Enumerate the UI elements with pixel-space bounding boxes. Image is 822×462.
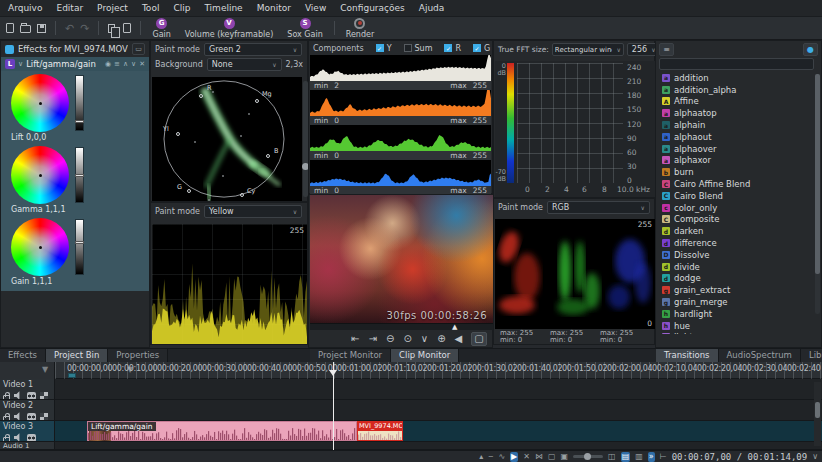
snap-icon[interactable]: ⊢ <box>660 452 667 462</box>
tab-audiospectrum[interactable]: AudioSpectrum <box>719 349 801 363</box>
audio-thumbnails-icon[interactable]: ▥ <box>635 452 643 462</box>
menu-editar[interactable]: Editar <box>56 3 83 13</box>
clip-lift-gamma-gain[interactable]: Lift/gamma/gain <box>87 421 357 441</box>
new-document-icon[interactable] <box>6 23 14 33</box>
monitor-video-frame[interactable]: 30fps 00:00:58:26 <box>310 195 493 323</box>
transition-item-alphaover[interactable]: aalphaover <box>656 143 821 155</box>
zone-end-icon[interactable]: ⇥ <box>369 333 377 345</box>
lock-icon[interactable] <box>3 437 10 442</box>
menu-arquivo[interactable]: Arquivo <box>8 3 42 13</box>
transition-item-color-only[interactable]: ccolor_only <box>656 202 821 214</box>
zone-start-icon[interactable]: ⇤ <box>351 333 359 345</box>
transition-item-difference[interactable]: ddifference <box>656 237 821 249</box>
transition-item-grain-merge[interactable]: ggrain_merge <box>656 296 821 308</box>
track-lane-video-1[interactable] <box>55 379 822 400</box>
lock-icon[interactable] <box>3 416 10 421</box>
lift-color-wheel[interactable] <box>11 74 69 132</box>
hide-track-icon[interactable] <box>40 413 48 421</box>
open-folder-icon[interactable] <box>20 25 31 33</box>
effect-button-gain[interactable]: GGain <box>150 18 172 39</box>
eye-icon[interactable]: ◉ <box>105 60 111 68</box>
menu-view[interactable]: View <box>305 3 326 13</box>
razor-tool-icon[interactable]: ✕ <box>523 452 530 462</box>
transition-item-alphaxor[interactable]: aalphaxor <box>656 155 821 167</box>
close-icon[interactable]: ✕ <box>139 60 145 68</box>
fit-zoom-icon[interactable]: ▢ <box>548 452 556 462</box>
fit-monitor-icon[interactable]: ▢ <box>471 332 486 346</box>
track-lane-audio-1[interactable] <box>55 442 822 450</box>
checkbox-g[interactable]: ✓G <box>473 44 490 53</box>
hide-track-icon[interactable] <box>40 392 48 400</box>
checkbox-sum[interactable]: Sum <box>404 44 433 53</box>
spacer-tool-icon[interactable]: ⋈ <box>535 452 543 462</box>
zoom-out-icon[interactable]: ⊖ <box>386 333 394 345</box>
mute-icon[interactable] <box>14 412 23 421</box>
track-lane-video-3[interactable]: Lift/gamma/gain MVI_9974.MOV <box>55 421 822 442</box>
timeline-scrollbar[interactable] <box>814 382 821 446</box>
clip-mvi-9974-selected[interactable]: MVI_9974.MOV <box>357 421 403 441</box>
checkbox-r[interactable]: ✓R <box>444 44 461 53</box>
tab-transitions[interactable]: Transitions <box>656 349 719 363</box>
vectorscope-paint-mode-select[interactable]: Green 2∨ <box>204 43 302 56</box>
save-icon[interactable] <box>37 24 46 33</box>
vectorscope-background-select[interactable]: None∨ <box>207 58 282 71</box>
video-icon[interactable] <box>27 413 36 421</box>
move-up-icon[interactable]: ∧ <box>123 60 128 68</box>
menu-project[interactable]: Project <box>97 3 128 13</box>
menu-timeline[interactable]: Timeline <box>204 3 242 13</box>
lift-slider[interactable] <box>75 75 84 131</box>
transition-item-hue[interactable]: hhue <box>656 320 821 332</box>
transition-item-composite[interactable]: CComposite <box>656 214 821 226</box>
menu-tool[interactable]: Tool <box>142 3 159 13</box>
tab-effects[interactable]: Effects <box>0 349 46 363</box>
checkbox-y[interactable]: ✓Y <box>376 44 392 53</box>
transition-item-alphain[interactable]: aalphain <box>656 119 821 131</box>
gain-color-wheel[interactable] <box>11 218 69 276</box>
gamma-slider[interactable] <box>75 147 84 203</box>
video-thumbnails-icon[interactable]: ▤ <box>621 452 631 462</box>
transition-item-darken[interactable]: ddarken <box>656 225 821 237</box>
fft-window-select[interactable]: Rectangular window∨ <box>552 43 624 56</box>
tab-library[interactable]: Library <box>801 349 822 363</box>
chevron-down-icon[interactable]: ∨ <box>812 452 818 462</box>
tab-project-monitor[interactable]: Project Monitor <box>310 349 391 363</box>
effect-row-lift-gamma-gain[interactable]: L ∨ Lift/gamma/gain ◉ ≡ ∧ ∨ ✕ <box>1 57 149 71</box>
show-markers-icon[interactable]: » <box>648 452 655 462</box>
mute-icon[interactable] <box>14 391 23 400</box>
transition-item-cairo-affine-blend[interactable]: CCairo Affine Blend <box>656 178 821 190</box>
transition-item-addition[interactable]: aaddition <box>656 72 821 84</box>
transition-item-hardlight[interactable]: hhardlight <box>656 308 821 320</box>
effect-button-sox-gain[interactable]: SSox Gain <box>285 18 324 39</box>
zoom-in-icon[interactable]: ⊕ <box>437 333 445 345</box>
parade-paint-mode-select[interactable]: RGB∨ <box>547 201 650 214</box>
playhead[interactable] <box>333 362 334 450</box>
transition-item-alphaout[interactable]: aalphaout <box>656 131 821 143</box>
transition-item-lighten[interactable]: llighten <box>656 332 821 334</box>
timeline-zone-marker[interactable] <box>68 373 76 378</box>
zoom-project-icon[interactable]: ▣ <box>561 452 569 462</box>
timeline-ruler[interactable]: ▼ ▼ 00:00:00,0000:00:10,0000:00:20,0000:… <box>0 362 822 379</box>
transition-item-dodge[interactable]: ddodge <box>656 273 821 285</box>
volume-icon[interactable]: ◀ <box>455 333 463 345</box>
transition-item-cairo-blend[interactable]: CCairo Blend <box>656 190 821 202</box>
fft-size-select[interactable]: 256∨ <box>627 43 657 56</box>
split-audio-icon[interactable]: ◫ <box>608 452 616 462</box>
redo-icon[interactable]: ↷ <box>80 23 89 34</box>
undo-icon[interactable]: ↶ <box>65 23 74 34</box>
video-icon[interactable] <box>27 434 36 442</box>
compositing-icon[interactable]: ‒ <box>488 452 493 462</box>
transitions-search-input[interactable] <box>659 58 814 70</box>
transition-item-affine[interactable]: AAffine <box>656 96 821 108</box>
tab-properties[interactable]: Properties <box>108 349 168 363</box>
transition-item-burn[interactable]: bburn <box>656 166 821 178</box>
lock-icon[interactable] <box>3 395 10 400</box>
menu-ajuda[interactable]: Ajuda <box>419 3 445 13</box>
monitor-seek-bar[interactable]: ▲ <box>310 323 493 330</box>
waveform-paint-mode-select[interactable]: Yellow∨ <box>204 205 302 218</box>
video-icon[interactable] <box>27 392 36 400</box>
paste-icon[interactable] <box>123 23 131 33</box>
hamburger-menu-icon[interactable]: ≡ <box>659 43 674 56</box>
menu-monitor[interactable]: Monitor <box>257 3 291 13</box>
track-header-video-1[interactable]: Video 1 <box>0 379 55 400</box>
track-header-video-3[interactable]: Video 3 <box>0 421 55 442</box>
